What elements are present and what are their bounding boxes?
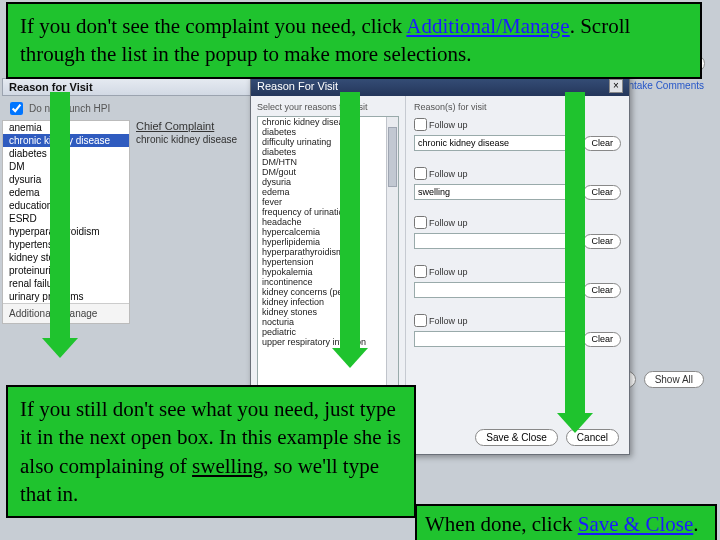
scrollbar[interactable] xyxy=(386,117,398,395)
do-not-launch-hpi-checkbox[interactable] xyxy=(10,102,23,115)
popup-hint: Select your reasons for visit xyxy=(257,102,399,112)
list-item[interactable]: headache xyxy=(258,217,398,227)
list-item[interactable]: frequency of urination xyxy=(258,207,398,217)
list-item[interactable]: hyperlipidemia xyxy=(258,237,398,247)
list-item[interactable]: kidney infection xyxy=(258,297,398,307)
list-item[interactable]: DM/HTN xyxy=(258,157,398,167)
list-item[interactable]: edema xyxy=(258,187,398,197)
clear-button[interactable]: Clear xyxy=(583,332,621,347)
list-item[interactable]: kidney stones xyxy=(258,307,398,317)
popup-title: Reason For Visit xyxy=(257,80,338,92)
callout-underline-text: swelling xyxy=(192,454,263,478)
scrollbar-thumb[interactable] xyxy=(388,127,397,187)
list-item[interactable]: incontinence xyxy=(258,277,398,287)
followup-checkbox[interactable] xyxy=(414,265,427,278)
clear-button[interactable]: Clear xyxy=(583,234,621,249)
list-item[interactable]: DM/gout xyxy=(258,167,398,177)
list-item[interactable]: hypokalemia xyxy=(258,267,398,277)
chief-complaint-value: chronic kidney disease xyxy=(136,134,266,145)
annotation-arrow xyxy=(50,92,70,342)
clear-button[interactable]: Clear xyxy=(583,136,621,151)
followup-label: Follow up xyxy=(429,218,468,228)
annotation-callout: If you still don't see what you need, ju… xyxy=(6,385,416,518)
followup-checkbox[interactable] xyxy=(414,167,427,180)
show-all-button[interactable]: Show All xyxy=(644,371,704,388)
close-icon[interactable]: × xyxy=(609,79,623,93)
clear-button[interactable]: Clear xyxy=(583,185,621,200)
list-item[interactable]: hyperparathyroidism xyxy=(258,247,398,257)
followup-label: Follow up xyxy=(429,316,468,326)
annotation-callout: When done, click Save & Close. xyxy=(415,504,717,540)
reason-input[interactable] xyxy=(414,282,579,298)
followup-label: Follow up xyxy=(429,267,468,277)
callout-text: When done, click xyxy=(425,512,578,536)
list-item[interactable]: diabetes xyxy=(258,127,398,137)
clear-button[interactable]: Clear xyxy=(583,283,621,298)
chief-complaint-label: Chief Complaint xyxy=(136,120,266,132)
annotation-arrow xyxy=(565,92,585,417)
list-item[interactable]: difficulty urinating xyxy=(258,137,398,147)
callout-link-text: Save & Close xyxy=(578,512,694,536)
save-close-button[interactable]: Save & Close xyxy=(475,429,558,446)
list-item[interactable]: hypertension xyxy=(258,257,398,267)
reasons-heading: Reason(s) for visit xyxy=(414,102,621,112)
annotation-arrow xyxy=(340,92,360,352)
list-item[interactable]: pediatric xyxy=(258,327,398,337)
reason-input[interactable] xyxy=(414,184,579,200)
popup-reason-list[interactable]: chronic kidney disease diabetes difficul… xyxy=(257,116,399,396)
list-item[interactable]: fever xyxy=(258,197,398,207)
followup-label: Follow up xyxy=(429,169,468,179)
list-item[interactable]: upper respiratory infection xyxy=(258,337,398,347)
list-item[interactable]: chronic kidney disease xyxy=(258,117,398,127)
followup-checkbox[interactable] xyxy=(414,314,427,327)
list-item[interactable]: hypercalcemia xyxy=(258,227,398,237)
list-item[interactable]: nocturia xyxy=(258,317,398,327)
callout-text: . xyxy=(693,512,698,536)
list-item[interactable]: kidney concerns (peds) xyxy=(258,287,398,297)
panel-header-reason: Reason for Visit xyxy=(2,78,262,96)
reason-input[interactable] xyxy=(414,135,579,151)
followup-checkbox[interactable] xyxy=(414,118,427,131)
callout-link-text: Additional/Manage xyxy=(406,14,569,38)
list-item[interactable]: diabetes xyxy=(258,147,398,157)
followup-checkbox[interactable] xyxy=(414,216,427,229)
reason-input[interactable] xyxy=(414,331,579,347)
list-item[interactable]: dysuria xyxy=(258,177,398,187)
reason-input[interactable] xyxy=(414,233,579,249)
followup-label: Follow up xyxy=(429,120,468,130)
callout-text: If you don't see the complaint you need,… xyxy=(20,14,406,38)
annotation-callout: If you don't see the complaint you need,… xyxy=(6,2,702,79)
